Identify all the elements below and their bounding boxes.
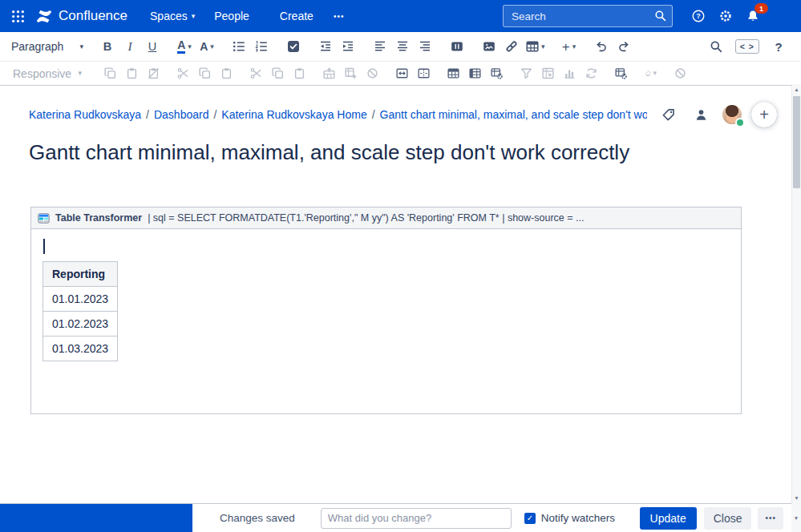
watchers-button[interactable] [690,107,713,123]
table-header-cell[interactable]: Reporting [43,262,118,287]
insert-more-dropdown[interactable]: + ▾ [558,34,581,58]
breadcrumb-link-page[interactable]: Gantt chart minimal, maximal, and scale … [380,108,647,121]
table-cell[interactable]: 01.01.2023 [43,287,118,312]
search-input[interactable] [503,5,673,27]
undo-icon [595,40,608,53]
labels-button[interactable] [657,107,680,123]
user-avatar[interactable] [772,5,795,27]
help-button[interactable] [687,5,710,27]
header-column-button[interactable] [464,64,486,83]
paste-button[interactable] [216,64,237,83]
table-cell[interactable]: 01.02.2023 [43,312,118,337]
copy-table-icon [104,67,116,79]
undo-button[interactable] [590,34,613,58]
transform-table-button[interactable] [581,64,602,83]
copy-button[interactable] [194,64,216,83]
paste-disabled-icon [148,67,160,79]
create-button[interactable]: Create [269,5,325,27]
insert-image-button[interactable] [478,34,500,58]
macro-header[interactable]: Table Transformer | sql = SELECT FORMATD… [31,208,741,229]
cut-row-icon [250,67,262,79]
version-comment-input[interactable] [321,508,512,529]
notify-watchers-label[interactable]: Notify watchers [541,512,615,524]
copy-row-button[interactable] [267,64,289,83]
create-more-button[interactable]: ••• [327,7,351,26]
footer-more-button[interactable]: ••• [758,507,783,530]
confluence-logo-text: Confluence [59,8,127,24]
quick-add-button[interactable]: + [751,102,777,127]
breadcrumb-link-home[interactable]: Katerina Rudkovskaya Home [221,108,366,121]
numbered-list-button[interactable] [250,34,273,58]
paragraph-style-dropdown[interactable]: Paragraph ▾ [8,34,87,58]
underline-button[interactable]: U [141,34,164,58]
table-mode-dropdown[interactable]: Responsive ▾ [8,66,87,81]
scrollbar-corner[interactable]: ▼ [791,503,801,532]
page-title-input[interactable]: Gantt chart minimal, maximal, and scale … [29,140,772,165]
search-icon[interactable] [654,10,666,22]
chart-from-table-button[interactable] [559,64,581,83]
header-row-button[interactable] [443,64,464,83]
page-layout-button[interactable] [446,34,468,58]
breadcrumb-link-dashboard[interactable]: Dashboard [154,108,209,121]
collaborator-avatar[interactable] [722,105,742,124]
pivot-table-button[interactable] [537,64,559,83]
paste-table-icon [126,67,138,79]
nav-spaces[interactable]: Spaces ▾ [140,4,204,28]
delete-cell-button[interactable] [362,64,383,83]
source-editor-button[interactable]: < > [735,39,759,54]
align-center-button[interactable] [391,34,414,58]
insert-row-button[interactable] [318,64,340,83]
app-switcher-button[interactable] [5,4,30,28]
italic-button[interactable]: I [119,34,141,58]
table-settings-button[interactable] [610,64,632,83]
nav-people[interactable]: People [204,4,259,28]
macro-body[interactable]: Reporting 01.01.2023 01.02.2023 01.03.20… [31,229,741,413]
tag-icon [661,108,675,122]
insert-link-button[interactable] [500,34,523,58]
task-list-button[interactable] [282,34,305,58]
page-layout-icon [451,40,463,53]
add-cell-button[interactable] [340,64,362,83]
cut-button[interactable] [172,64,194,83]
redo-button[interactable] [613,34,635,58]
notifications-button[interactable]: 1 [742,5,764,27]
text-color-dropdown[interactable]: A ▾ [173,34,196,58]
outdent-button[interactable] [314,34,337,58]
close-button[interactable]: Close [704,507,752,530]
insert-table-dropdown[interactable]: ▾ [523,34,548,58]
paste-row-icon [293,67,305,79]
table-transformer-macro[interactable]: Table Transformer | sql = SELECT FORMATD… [30,207,742,414]
more-formatting-dropdown[interactable]: A ▾ [196,34,218,58]
scroll-up-arrow[interactable]: ▲ [792,87,801,92]
align-left-button[interactable] [369,34,391,58]
align-right-button[interactable] [414,34,436,58]
cut-row-button[interactable] [245,64,267,83]
vertical-scrollbar[interactable]: ▲ ▼ [791,84,801,503]
confluence-logo[interactable]: Confluence [30,8,140,24]
copy-table-button[interactable] [99,64,121,83]
bold-button[interactable]: B [96,34,119,58]
find-replace-button[interactable] [705,34,727,58]
merge-cells-button[interactable] [391,64,413,83]
notify-watchers-checkbox[interactable]: ✓ [524,513,536,524]
clear-formatting-dropdown[interactable]: ▾ [640,64,661,83]
settings-button[interactable] [714,5,737,27]
bullet-list-button[interactable] [228,34,250,58]
scroll-down-arrow[interactable]: ▼ [792,495,801,501]
disabled-tool-button[interactable] [670,64,691,83]
paste-table-button[interactable] [121,64,143,83]
split-cells-button[interactable] [413,64,435,83]
indent-button[interactable] [337,34,359,58]
row-numbering-button[interactable] [486,64,508,83]
paste-row-button[interactable] [289,64,310,83]
table-cell[interactable]: 01.03.2023 [43,337,118,361]
breadcrumb-link-user[interactable]: Katerina Rudkovskaya [29,108,141,121]
chevron-down-icon: ▾ [210,43,214,50]
editor-help-button[interactable]: ? [767,34,790,58]
confluence-editor-window: Confluence Spaces ▾ People Create ••• 1 [0,0,801,532]
filter-table-button[interactable] [516,64,537,83]
paste-options-button[interactable] [143,64,164,83]
scrollbar-thumb[interactable] [793,96,800,188]
top-nav: Confluence Spaces ▾ People Create ••• 1 [0,0,801,32]
update-button[interactable]: Update [640,507,697,530]
